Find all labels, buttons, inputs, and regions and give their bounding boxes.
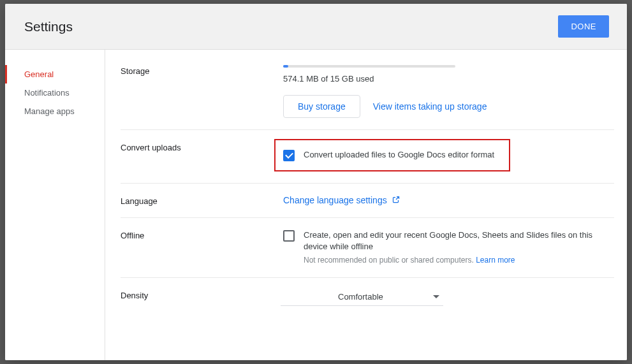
convert-row: Convert uploaded files to Google Docs ed… [283,149,501,161]
section-language: Language Change language settings [121,184,614,218]
storage-progress-fill [283,65,288,68]
external-link-icon [392,195,400,205]
storage-body: 574.1 MB of 15 GB used Buy storage View … [283,65,614,118]
offline-body: Create, open and edit your recent Google… [283,229,614,266]
change-language-link[interactable]: Change language settings [283,195,400,205]
chevron-down-icon [433,295,439,298]
convert-label: Convert uploads [121,142,283,171]
storage-used-text: 574.1 MB of 15 GB used [283,74,614,84]
density-value: Comfortable [338,292,383,302]
content-area: Storage 574.1 MB of 15 GB used Buy stora… [105,50,627,360]
offline-checkbox[interactable] [283,230,295,242]
storage-progress [283,65,455,68]
convert-highlight: Convert uploaded files to Google Docs ed… [274,139,510,171]
density-label: Density [121,289,283,306]
page-title: Settings [24,19,73,34]
section-density: Density Comfortable [121,278,614,317]
dialog-header: Settings DONE [5,4,627,50]
offline-note-prefix: Not recommended on public or shared comp… [304,256,476,265]
convert-body: Convert uploaded files to Google Docs ed… [283,142,614,171]
convert-text: Convert uploaded files to Google Docs ed… [304,149,501,161]
storage-label: Storage [121,65,283,118]
scrollbar[interactable] [617,61,621,356]
density-body: Comfortable [283,289,614,306]
change-language-text: Change language settings [283,195,387,205]
offline-row: Create, open and edit your recent Google… [283,229,614,266]
section-storage: Storage 574.1 MB of 15 GB used Buy stora… [121,65,614,130]
settings-dialog: Settings DONE General Notifications Mana… [5,4,627,360]
density-select[interactable]: Comfortable [281,289,443,306]
dialog-body: General Notifications Manage apps Storag… [5,50,627,360]
language-label: Language [121,195,283,206]
sidebar-item-notifications[interactable]: Notifications [5,84,105,102]
convert-checkbox[interactable] [283,150,295,161]
storage-actions: Buy storage View items taking up storage [283,95,614,118]
done-button[interactable]: DONE [558,15,609,38]
offline-label: Offline [121,229,283,266]
offline-text: Create, open and edit your recent Google… [304,229,614,252]
section-convert-uploads: Convert uploads Convert uploaded files t… [121,130,614,184]
learn-more-link[interactable]: Learn more [476,256,515,265]
sidebar-item-manage-apps[interactable]: Manage apps [5,102,105,120]
sidebar: General Notifications Manage apps [5,50,105,360]
buy-storage-button[interactable]: Buy storage [283,95,360,118]
offline-note: Not recommended on public or shared comp… [304,255,614,266]
offline-text-wrap: Create, open and edit your recent Google… [304,229,614,266]
language-body: Change language settings [283,195,614,206]
sidebar-item-general[interactable]: General [5,65,105,84]
section-offline: Offline Create, open and edit your recen… [121,218,614,278]
view-storage-link[interactable]: View items taking up storage [373,101,487,112]
